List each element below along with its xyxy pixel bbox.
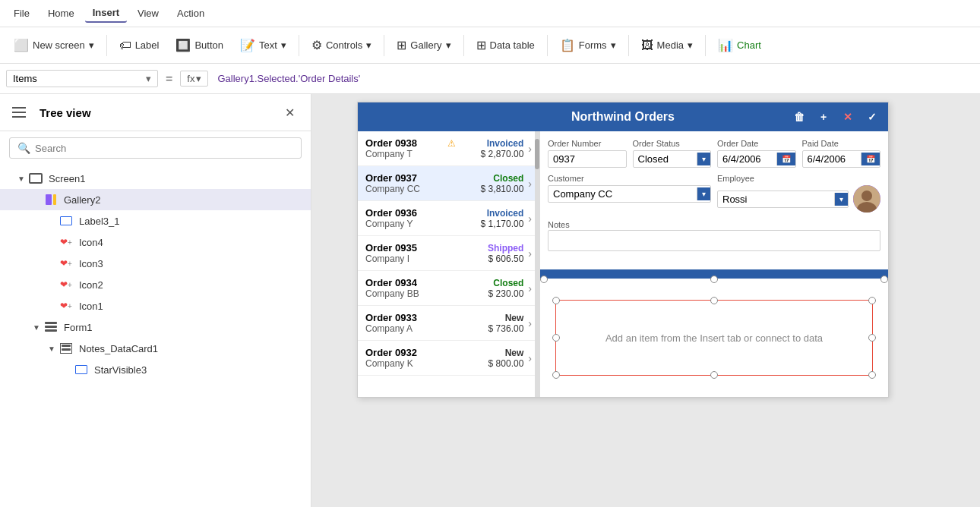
chevron-right-0932: › [523,352,532,364]
tree-item-icon3[interactable]: ❤+ Icon3 [0,253,311,274]
equals-sign: = [163,72,175,86]
text-icon: 📝 [240,38,255,52]
main-area: Tree view ✕ 🔍 ▼ Screen1 Gallery2 [0,94,980,507]
chevron-right-0934: › [523,282,532,294]
close-button[interactable]: ✕ [280,103,299,121]
chart-button[interactable]: 📊 Chart [710,34,769,56]
datacard-tree-icon [58,340,74,357]
menu-bar: File Home Insert View Action [0,0,980,27]
menu-action[interactable]: Action [169,5,212,22]
tree-item-label3-1[interactable]: Label3_1 [0,210,311,231]
media-icon: 🖼 [641,39,653,52]
menu-insert[interactable]: Insert [85,4,127,23]
employee-avatar [853,185,880,213]
data-table-button[interactable]: ⊞ Data table [469,34,542,56]
trash-icon-btn[interactable]: 🗑 [789,107,809,127]
divider-5 [547,35,548,56]
check-icon-btn[interactable]: ✓ [862,107,882,127]
tree-content: ▼ Screen1 Gallery2 Label3_1 [0,165,311,507]
gallery2-label: Gallery2 [64,194,305,206]
gallery-item-0933[interactable]: Order 0933 New Company A $ 736.00 › [358,306,539,341]
order-status-field: Order Status Closed ▾ [633,139,712,168]
notes-input[interactable] [548,230,880,251]
menu-view[interactable]: View [130,5,166,22]
customer-label: Customer [548,174,711,183]
canvas-handle-tl[interactable] [552,297,560,304]
divider-3 [384,35,384,56]
divider-2 [299,35,299,56]
new-screen-button[interactable]: ⬜ New screen ▾ [6,34,102,56]
app-title: Northwind Orders [571,110,675,124]
media-button[interactable]: 🖼 Media ▾ [634,35,700,56]
tree-item-icon4[interactable]: ❤+ Icon4 [0,231,311,253]
employee-select[interactable]: Rossi ▾ [717,191,849,208]
notes-datacard1-label: Notes_DataCard1 [79,343,305,354]
collapse-arrow-form1: ▼ [30,323,43,332]
order-status-select[interactable]: Closed ▾ [633,150,712,168]
plus-icon-btn[interactable]: + [814,107,833,127]
menu-home[interactable]: Home [40,5,82,22]
text-button[interactable]: 📝 Text ▾ [232,34,294,56]
detail-grid: Order Number 0937 Order Status Closed ▾ [548,139,880,168]
search-box: 🔍 [9,137,302,159]
label-button[interactable]: 🏷 Label [112,35,167,56]
tree-view-title: Tree view [40,106,280,119]
gallery-item-0932[interactable]: Order 0932 New Company K $ 800.00 › [358,341,539,376]
controls-icon: ⚙ [311,38,322,52]
canvas-handle-tr[interactable] [868,297,876,304]
button-icon: 🔲 [175,38,191,52]
items-dropdown[interactable]: Items ▾ [6,70,158,87]
fx-button[interactable]: fx ▾ [180,71,208,87]
divider-1 [106,35,107,56]
sidebar-header: Tree view ✕ [0,94,311,131]
tree-item-starvisible3[interactable]: StarVisible3 [0,359,311,380]
employee-label: Employee [717,174,880,183]
formula-input[interactable]: Gallery1.Selected.'Order Details' [213,71,974,86]
order-status-arrow: ▾ [697,153,710,165]
controls-button[interactable]: ⚙ Controls ▾ [304,34,379,56]
menu-file[interactable]: File [6,5,37,22]
customer-arrow: ▾ [697,187,710,200]
gallery-item-0937[interactable]: Order 0937 Closed Company CC $ 3,810.00 … [358,166,539,201]
collapse-arrow-datacard1: ▼ [46,345,58,353]
gallery-item-0934[interactable]: Order 0934 Closed Company BB $ 230.00 › [358,271,539,306]
tree-item-screen1[interactable]: ▼ Screen1 [0,168,311,189]
employee-field: Employee Rossi ▾ [717,174,880,213]
tree-item-icon1[interactable]: ❤+ Icon1 [0,295,311,316]
canvas-handle-bl[interactable] [552,371,560,379]
paid-date-select[interactable]: 6/4/2006 📅 [802,150,881,168]
gallery-item-0936[interactable]: Order 0936 Invoiced Company Y $ 1,170.00… [358,201,539,236]
canvas-handle-br[interactable] [868,371,876,379]
order-date-select[interactable]: 6/4/2006 📅 [717,150,796,168]
canvas-handle-tc[interactable] [710,297,718,304]
canvas-handle-ml[interactable] [552,334,560,342]
button-button[interactable]: 🔲 Button [168,34,231,56]
label-icon: 🏷 [119,39,131,52]
detail-panel: Order Number 0937 Order Status Closed ▾ [540,131,888,263]
icon4-label: Icon4 [79,237,305,248]
canvas-handle-bc[interactable] [710,371,718,379]
gallery-list: Order 0938 ⚠ Invoiced Company T $ 2,870.… [358,131,540,397]
hamburger-menu[interactable] [12,103,30,121]
gallery-tree-icon [43,191,59,208]
gallery-item-0938[interactable]: Order 0938 ⚠ Invoiced Company T $ 2,870.… [358,131,539,166]
forms-button[interactable]: 📋 Forms ▾ [552,34,624,56]
gallery-item-0935[interactable]: Order 0935 Shipped Company I $ 606.50 › [358,236,539,271]
customer-employee-row: Customer Company CC ▾ Employee [548,174,880,213]
empty-canvas-area: Add an item from the Insert tab or conne… [555,300,873,376]
label-tree-icon [58,213,74,229]
customer-select[interactable]: Company CC ▾ [548,185,711,203]
notes-label: Notes [548,220,570,229]
gallery-scrollbar[interactable] [535,131,539,397]
tree-item-notes-datacard1[interactable]: ▼ Notes_DataCard1 [0,338,311,359]
canvas-handle-mr[interactable] [868,334,876,342]
customer-field: Customer Company CC ▾ [548,174,711,213]
tree-item-icon2[interactable]: ❤+ Icon2 [0,274,311,295]
close-icon-btn[interactable]: ✕ [838,107,858,127]
gallery-button[interactable]: ⊞ Gallery ▾ [389,34,458,56]
search-input[interactable] [35,143,293,154]
canvas-area: Northwind Orders 🗑 + ✕ ✓ Order 0938 [311,94,980,507]
order-number-value: 0937 [548,150,627,168]
tree-item-gallery2[interactable]: Gallery2 [0,189,311,210]
tree-item-form1[interactable]: ▼ Form1 [0,316,311,338]
